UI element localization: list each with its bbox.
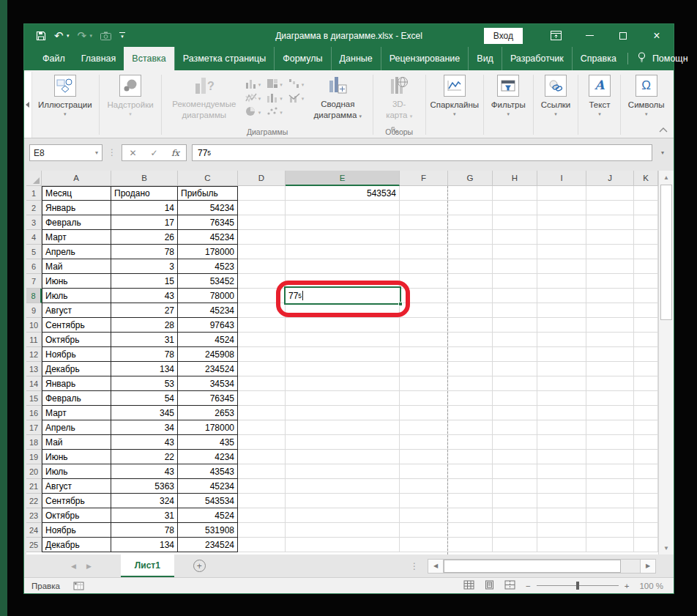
cell-K6[interactable] — [634, 259, 658, 274]
row-header-13[interactable]: 13 — [26, 362, 42, 376]
cell-G9[interactable] — [448, 303, 493, 318]
cell-E6[interactable] — [286, 259, 400, 274]
cell-G20[interactable] — [448, 464, 493, 479]
cell-I5[interactable] — [537, 245, 586, 259]
tab-home[interactable]: Главная — [73, 47, 124, 70]
cell-F16[interactable] — [400, 406, 448, 420]
cell-C15[interactable]: 76345 — [178, 391, 238, 406]
cell-B4[interactable]: 26 — [111, 230, 178, 245]
cell-G25[interactable] — [448, 538, 493, 552]
horizontal-scroll-thumb[interactable] — [444, 560, 621, 573]
pivot-chart-button[interactable]: Сводная диаграмма ▾ — [307, 73, 368, 120]
cell-H7[interactable] — [493, 274, 537, 289]
macro-record-button[interactable] — [73, 581, 84, 590]
cell-K23[interactable] — [634, 508, 658, 523]
cell-E25[interactable] — [286, 538, 400, 552]
cell-F25[interactable] — [400, 538, 448, 552]
formula-input[interactable]: 775 — [192, 144, 652, 161]
horizontal-scroll-track[interactable] — [444, 559, 640, 574]
cell-A20[interactable]: Июль — [42, 464, 111, 479]
cell-E13[interactable] — [286, 362, 400, 376]
cell-E21[interactable] — [286, 479, 400, 494]
cell-K15[interactable] — [634, 391, 658, 406]
cell-C22[interactable]: 543534 — [178, 494, 238, 508]
cell-F10[interactable] — [400, 318, 448, 333]
page-layout-view-button[interactable] — [484, 580, 495, 591]
cell-K21[interactable] — [634, 479, 658, 494]
filters-button[interactable]: Фильтры ▾ — [491, 73, 526, 116]
zoom-in-button[interactable]: + — [625, 582, 630, 590]
cell-J24[interactable] — [586, 523, 634, 538]
column-header-B[interactable]: B — [111, 171, 178, 186]
cell-J5[interactable] — [586, 245, 634, 259]
cell-H18[interactable] — [493, 435, 537, 450]
cell-E2[interactable] — [286, 201, 400, 215]
cell-G2[interactable] — [448, 201, 493, 215]
page-break-view-button[interactable] — [504, 580, 515, 591]
cell-I12[interactable] — [537, 347, 586, 362]
cell-D11[interactable] — [238, 333, 286, 347]
cell-C4[interactable]: 45234 — [178, 230, 238, 245]
column-header-D[interactable]: D — [238, 171, 286, 186]
cell-A21[interactable]: Август — [42, 479, 111, 494]
cell-J22[interactable] — [586, 494, 634, 508]
cell-J23[interactable] — [586, 508, 634, 523]
symbols-button[interactable]: Ω Символы ▾ — [628, 73, 665, 116]
cell-J19[interactable] — [586, 450, 634, 464]
cell-C13[interactable]: 234524 — [178, 362, 238, 376]
cell-J21[interactable] — [586, 479, 634, 494]
column-chart-button[interactable]: ▾ — [245, 78, 261, 90]
cell-J8[interactable] — [586, 289, 634, 303]
cell-K14[interactable] — [634, 376, 658, 391]
scroll-right-icon[interactable]: ▶ — [640, 559, 656, 574]
scroll-down-icon[interactable]: ▼ — [659, 541, 674, 554]
row-header-24[interactable]: 24 — [26, 523, 42, 538]
row-header-20[interactable]: 20 — [26, 464, 42, 479]
sign-in-button[interactable]: Вход — [484, 28, 523, 44]
undo-button[interactable]: ↶ ▾ — [54, 29, 70, 42]
cell-B20[interactable]: 43 — [111, 464, 178, 479]
cell-C8[interactable]: 78000 — [178, 289, 238, 303]
cell-H8[interactable] — [493, 289, 537, 303]
column-header-E[interactable]: E — [286, 171, 400, 186]
cell-G16[interactable] — [448, 406, 493, 420]
tab-file[interactable]: Файл — [34, 47, 73, 70]
row-header-22[interactable]: 22 — [26, 494, 42, 508]
cell-G19[interactable] — [448, 450, 493, 464]
row-header-16[interactable]: 16 — [26, 406, 42, 420]
cell-E16[interactable] — [286, 406, 400, 420]
cell-A9[interactable]: Август — [42, 303, 111, 318]
cell-A19[interactable]: Июнь — [42, 450, 111, 464]
save-icon[interactable] — [36, 31, 46, 41]
cell-B8[interactable]: 43 — [111, 289, 178, 303]
row-header-23[interactable]: 23 — [26, 508, 42, 523]
cell-J14[interactable] — [586, 376, 634, 391]
cell-J6[interactable] — [586, 259, 634, 274]
cell-H20[interactable] — [493, 464, 537, 479]
cell-D23[interactable] — [238, 508, 286, 523]
column-header-F[interactable]: F — [400, 171, 448, 186]
cell-H6[interactable] — [493, 259, 537, 274]
customize-toolbar-button[interactable]: ▾ — [119, 32, 125, 39]
cell-B9[interactable]: 27 — [111, 303, 178, 318]
text-button[interactable]: A Текст ▾ — [589, 73, 611, 116]
cell-B21[interactable]: 5363 — [111, 479, 178, 494]
cell-H23[interactable] — [493, 508, 537, 523]
cell-D15[interactable] — [238, 391, 286, 406]
cell-F4[interactable] — [400, 230, 448, 245]
cell-I13[interactable] — [537, 362, 586, 376]
cell-H9[interactable] — [493, 303, 537, 318]
cell-C24[interactable]: 531908 — [178, 523, 238, 538]
row-header-14[interactable]: 14 — [26, 376, 42, 391]
cell-C20[interactable]: 43543 — [178, 464, 238, 479]
cell-G4[interactable] — [448, 230, 493, 245]
cell-F6[interactable] — [400, 259, 448, 274]
cell-E1[interactable]: 543534 — [286, 186, 400, 201]
cell-J4[interactable] — [586, 230, 634, 245]
ribbon-scroll-left-button[interactable] — [24, 72, 32, 138]
cell-D25[interactable] — [238, 538, 286, 552]
redo-button[interactable]: ↷ ▾ — [78, 29, 93, 42]
cell-F18[interactable] — [400, 435, 448, 450]
cell-H14[interactable] — [493, 376, 537, 391]
cell-J7[interactable] — [586, 274, 634, 289]
